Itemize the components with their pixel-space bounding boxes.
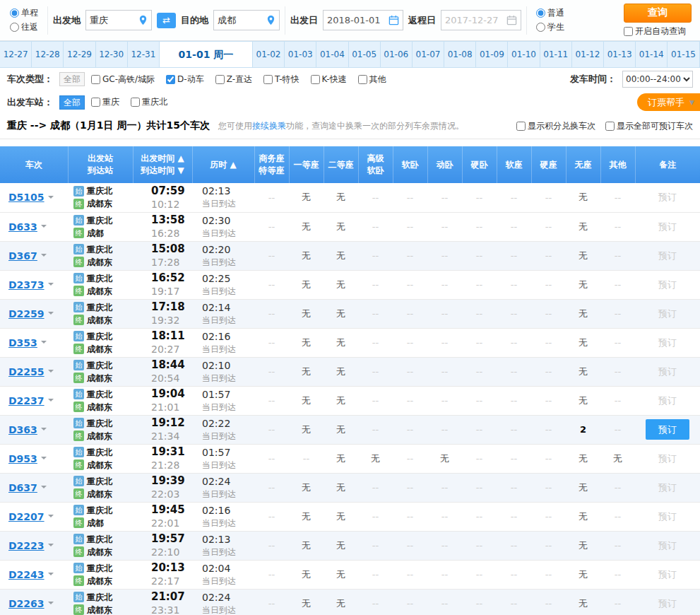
location-pin-icon[interactable] [138, 15, 148, 25]
transfer-link[interactable]: 接续换乘 [252, 121, 286, 131]
expand-caret-icon[interactable] [48, 312, 54, 317]
train-type-checkbox[interactable] [215, 75, 225, 84]
train-number-link[interactable]: D953 [8, 453, 37, 464]
train-number-link[interactable]: D2255 [8, 366, 45, 377]
expand-caret-icon[interactable] [48, 399, 54, 404]
expand-caret-icon[interactable] [41, 341, 47, 346]
expand-caret-icon[interactable] [41, 254, 47, 259]
round-trip-radio[interactable] [10, 23, 19, 32]
date-tab[interactable]: 12-27 [0, 42, 32, 67]
date-tab[interactable]: 12-29 [64, 42, 95, 67]
date-tab[interactable]: 01-15 [668, 42, 699, 67]
normal-passenger-radio[interactable] [536, 8, 545, 18]
student-passenger-option[interactable]: 学生 [536, 21, 564, 33]
train-type-checkbox[interactable] [311, 75, 320, 84]
train-type-checkbox[interactable] [358, 75, 367, 84]
depart-station-option[interactable]: 重庆 [91, 96, 119, 108]
date-tab-selected[interactable]: 01-01 周一 [160, 42, 253, 67]
depart-station-option[interactable]: 重庆北 [131, 96, 167, 108]
date-tab[interactable]: 01-03 [285, 42, 316, 67]
depart-time-select[interactable]: 00:00--24:00 [622, 71, 693, 88]
date-tab[interactable]: 12-30 [96, 42, 128, 67]
expand-caret-icon[interactable] [41, 457, 47, 462]
auto-query-checkbox[interactable] [624, 27, 633, 36]
train-type-option[interactable]: D-动车 [166, 74, 204, 86]
one-way-radio[interactable] [10, 8, 19, 18]
expand-caret-icon[interactable] [48, 283, 54, 288]
train-number-link[interactable]: D5105 [8, 192, 45, 203]
expand-caret-icon[interactable] [41, 486, 47, 491]
train-type-option[interactable]: Z-直达 [215, 74, 252, 86]
date-tab[interactable]: 01-14 [636, 42, 668, 67]
origin-station: 重庆北 [87, 359, 112, 372]
train-type-option[interactable]: T-特快 [263, 74, 299, 86]
train-number-link[interactable]: D2373 [8, 279, 45, 291]
seat-availability-cell: 无 [289, 328, 324, 357]
show-points-option[interactable]: 显示积分兑换车次 [516, 120, 595, 132]
train-number-link[interactable]: D637 [8, 482, 37, 493]
train-number-link[interactable]: D2259 [8, 308, 45, 320]
booking-helper-button[interactable]: 订票帮手 ▼ [637, 93, 700, 111]
expand-caret-icon[interactable] [48, 544, 54, 549]
auto-query-option[interactable]: 开启自动查询 [624, 25, 686, 37]
return-date-input[interactable] [445, 15, 504, 25]
to-input[interactable] [218, 15, 264, 25]
train-type-option[interactable]: 其他 [358, 74, 386, 86]
expand-caret-icon[interactable] [48, 370, 54, 375]
calendar-icon[interactable] [388, 15, 399, 25]
expand-caret-icon[interactable] [48, 573, 54, 578]
expand-caret-icon[interactable] [48, 196, 54, 201]
show-points-checkbox[interactable] [516, 122, 526, 131]
book-button[interactable]: 预订 [646, 419, 689, 440]
date-tab[interactable]: 01-10 [508, 42, 540, 67]
from-input[interactable] [90, 15, 136, 25]
train-type-checkbox[interactable] [263, 75, 273, 84]
expand-caret-icon[interactable] [48, 515, 54, 520]
student-passenger-radio[interactable] [536, 23, 545, 32]
expand-caret-icon[interactable] [41, 428, 47, 433]
date-tab[interactable]: 01-09 [476, 42, 508, 67]
date-tab[interactable]: 01-08 [444, 42, 476, 67]
query-button[interactable]: 查询 [624, 4, 692, 23]
swap-stations-button[interactable]: ⇄ [157, 13, 176, 28]
depart-station-checkbox[interactable] [91, 98, 100, 107]
train-number-link[interactable]: D2263 [8, 598, 45, 609]
stations-cell: 始重庆北终成都东 [68, 328, 133, 357]
date-tab[interactable]: 01-02 [253, 42, 285, 67]
train-type-checkbox[interactable] [91, 75, 100, 84]
train-number-link[interactable]: D2223 [8, 540, 45, 551]
train-number-link[interactable]: D367 [8, 250, 37, 262]
round-trip-option[interactable]: 往返 [10, 21, 38, 33]
train-number-link[interactable]: D353 [8, 337, 37, 348]
show-all-bookable-option[interactable]: 显示全部可预订车次 [605, 120, 693, 132]
train-type-option[interactable]: K-快速 [311, 74, 347, 86]
date-tab[interactable]: 01-07 [413, 42, 444, 67]
train-type-option[interactable]: GC-高铁/城际 [91, 74, 155, 86]
date-tab[interactable]: 01-04 [316, 42, 348, 67]
depart-station-checkbox[interactable] [131, 98, 140, 107]
train-type-checkbox[interactable] [166, 75, 175, 84]
date-tab[interactable]: 01-11 [540, 42, 572, 67]
train-number-link[interactable]: D2237 [8, 395, 45, 406]
train-number-link[interactable]: D2207 [8, 511, 45, 522]
date-tab[interactable]: 01-12 [572, 42, 604, 67]
date-tab[interactable]: 12-31 [128, 42, 160, 67]
column-header[interactable]: 出发时间 ▲到达时间 ▼ [133, 146, 192, 183]
show-all-bookable-checkbox[interactable] [605, 122, 615, 131]
train-type-all-button[interactable]: 全部 [59, 72, 85, 86]
date-tab[interactable]: 01-05 [349, 42, 381, 67]
one-way-option[interactable]: 单程 [10, 7, 38, 19]
expand-caret-icon[interactable] [48, 602, 54, 607]
normal-passenger-option[interactable]: 普通 [536, 7, 564, 19]
expand-caret-icon[interactable] [41, 225, 47, 230]
column-header[interactable]: 历时 ▲ [192, 146, 254, 183]
date-tab[interactable]: 12-28 [32, 42, 64, 67]
date-tab[interactable]: 01-13 [604, 42, 636, 67]
train-number-link[interactable]: D2243 [8, 569, 45, 580]
train-number-link[interactable]: D633 [8, 221, 37, 233]
depart-date-input[interactable] [327, 15, 386, 25]
train-number-link[interactable]: D363 [8, 424, 37, 435]
depart-station-all-button[interactable]: 全部 [59, 95, 85, 110]
location-pin-icon[interactable] [266, 15, 275, 25]
date-tab[interactable]: 01-06 [381, 42, 413, 67]
